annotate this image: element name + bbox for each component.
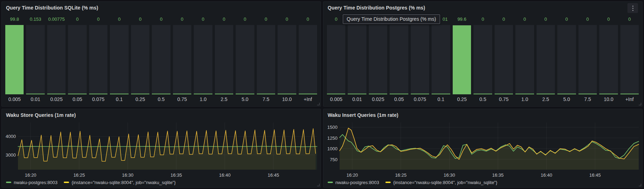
bar-track[interactable] bbox=[369, 25, 387, 94]
panel-title-sqlite[interactable]: Query Time Distribution SQLite (% ms) bbox=[6, 5, 98, 11]
histogram-column: 99.80.005 bbox=[5, 17, 24, 103]
postgres-histogram-chart: 00.0050.010.0250.050.075010.199.60.2500.… bbox=[323, 14, 642, 106]
legend-series-dash-icon bbox=[385, 182, 391, 183]
x-axis-label: 16:20 bbox=[25, 172, 37, 178]
bar-track[interactable] bbox=[152, 25, 170, 94]
store-timeseries-chart: 16:2016:2516:3016:3516:4016:45 nwaku-pos… bbox=[2, 121, 321, 187]
legend-item[interactable]: nwaku-postgres:8003 bbox=[6, 180, 57, 185]
bar-track[interactable] bbox=[110, 25, 128, 94]
histogram-column: 00.005 bbox=[327, 17, 345, 103]
bar-track[interactable] bbox=[599, 25, 618, 94]
bar-fill bbox=[473, 94, 492, 94]
x-axis-label: 16:45 bbox=[268, 172, 279, 178]
y-axis-label: 1250 bbox=[327, 135, 338, 140]
bar-track[interactable] bbox=[257, 25, 275, 94]
bar-x-label: 0.01 bbox=[26, 94, 44, 103]
histogram-column: 010.0 bbox=[599, 17, 618, 103]
bar-track[interactable] bbox=[411, 25, 429, 94]
store-plot-area[interactable] bbox=[18, 122, 317, 170]
x-axis-label: 16:35 bbox=[492, 172, 504, 178]
bar-value-label: 0 bbox=[473, 17, 492, 24]
x-axis-label: 16:40 bbox=[219, 172, 231, 178]
bar-track[interactable] bbox=[5, 25, 24, 94]
kebab-menu-icon bbox=[632, 6, 633, 11]
bar-track[interactable] bbox=[537, 25, 555, 94]
bar-x-label: 0.075 bbox=[89, 94, 107, 103]
grafana-dashboard: Query Time Distribution SQLite (% ms) 99… bbox=[0, 0, 644, 189]
bar-track[interactable] bbox=[557, 25, 576, 94]
panel-resize-handle[interactable] bbox=[317, 103, 320, 105]
bar-value-label: 0 bbox=[257, 17, 275, 24]
bar-fill bbox=[515, 94, 534, 94]
legend-series-label: nwaku-postgres:8003 bbox=[335, 180, 379, 185]
bar-track[interactable] bbox=[89, 25, 107, 94]
insert-plot-area[interactable] bbox=[340, 122, 639, 170]
bar-track[interactable] bbox=[390, 25, 408, 94]
legend-item[interactable]: {instance="nwaku-sqlite:8004", job="nwak… bbox=[64, 180, 175, 185]
bar-fill bbox=[390, 94, 408, 94]
bar-value-label: 0 bbox=[194, 17, 212, 24]
legend-series-dash-icon bbox=[64, 182, 69, 183]
bar-track[interactable] bbox=[473, 25, 492, 94]
panel-title-postgres[interactable]: Query Time Distribution Postgres (% ms) bbox=[328, 5, 425, 11]
bar-track[interactable] bbox=[131, 25, 149, 94]
panel-query-time-postgres: Query Time Distribution Postgres (% ms) … bbox=[323, 1, 643, 107]
panel-header: Query Time Distribution SQLite (% ms) bbox=[2, 2, 321, 14]
histogram-column: 02.5 bbox=[215, 17, 233, 103]
bar-track[interactable] bbox=[453, 25, 471, 94]
bar-track[interactable] bbox=[26, 25, 44, 94]
bar-fill bbox=[152, 94, 170, 94]
bar-track[interactable] bbox=[432, 25, 450, 94]
legend-item[interactable]: nwaku-postgres:8003 bbox=[328, 180, 379, 185]
bar-track[interactable] bbox=[515, 25, 534, 94]
bar-value-label: 0 bbox=[278, 17, 296, 24]
y-axis-label: 1000 bbox=[327, 146, 338, 151]
panel-title-store[interactable]: Waku Store Queries (1m rate) bbox=[6, 112, 76, 118]
histogram-column: 01.0 bbox=[515, 17, 534, 103]
bar-track[interactable] bbox=[68, 25, 86, 94]
bar-fill bbox=[557, 94, 576, 94]
bar-x-label: 0.5 bbox=[152, 94, 170, 103]
bar-track[interactable] bbox=[348, 25, 366, 94]
panel-header: Query Time Distribution Postgres (% ms) bbox=[323, 2, 642, 14]
bar-track[interactable] bbox=[236, 25, 254, 94]
legend-item[interactable]: {instance="nwaku-sqlite:8004", job="nwak… bbox=[385, 180, 497, 185]
x-axis-label: 16:30 bbox=[122, 172, 134, 178]
bar-fill bbox=[26, 94, 44, 94]
bar-track[interactable] bbox=[278, 25, 296, 94]
bar-track[interactable] bbox=[578, 25, 597, 94]
bar-value-label: 0 bbox=[557, 17, 576, 24]
panel-title-insert[interactable]: Waku Insert Queries (1m rate) bbox=[328, 112, 398, 118]
store-x-axis: 16:2016:2516:3016:3516:4016:45 bbox=[18, 171, 317, 178]
bar-track[interactable] bbox=[620, 25, 639, 94]
panel-waku-insert-queries: Waku Insert Queries (1m rate) 16:2016:25… bbox=[323, 109, 643, 188]
bar-fill bbox=[299, 94, 317, 94]
bar-track[interactable] bbox=[299, 25, 317, 94]
histogram-column: 02.5 bbox=[537, 17, 555, 103]
bar-x-label: 0.5 bbox=[473, 94, 492, 103]
histogram-column: 00.075 bbox=[89, 17, 107, 103]
bar-fill bbox=[131, 94, 149, 94]
y-axis-label: 3000 bbox=[6, 152, 16, 157]
bar-x-label: 0.75 bbox=[173, 94, 191, 103]
bar-value-label: 0 bbox=[152, 17, 170, 24]
bar-fill bbox=[411, 94, 429, 94]
x-axis-label: 16:35 bbox=[171, 172, 182, 178]
bar-track[interactable] bbox=[327, 25, 345, 94]
panel-resize-handle[interactable] bbox=[639, 103, 641, 105]
bar-value-label: 0 bbox=[299, 17, 317, 24]
panel-resize-handle[interactable] bbox=[639, 184, 641, 186]
histogram-column: 0.1530.01 bbox=[26, 17, 44, 103]
bar-fill bbox=[578, 94, 597, 94]
histogram-column: 0.075 bbox=[411, 17, 429, 103]
bar-track[interactable] bbox=[194, 25, 212, 94]
bar-value-label: 0.00775 bbox=[47, 17, 66, 24]
bar-track[interactable] bbox=[215, 25, 233, 94]
bar-track[interactable] bbox=[47, 25, 66, 94]
x-axis-label: 16:30 bbox=[444, 172, 455, 178]
bar-x-label: 2.5 bbox=[537, 94, 555, 103]
bar-track[interactable] bbox=[173, 25, 191, 94]
panel-resize-handle[interactable] bbox=[317, 184, 320, 186]
bar-track[interactable] bbox=[495, 25, 513, 94]
panel-menu-button[interactable] bbox=[627, 3, 638, 13]
